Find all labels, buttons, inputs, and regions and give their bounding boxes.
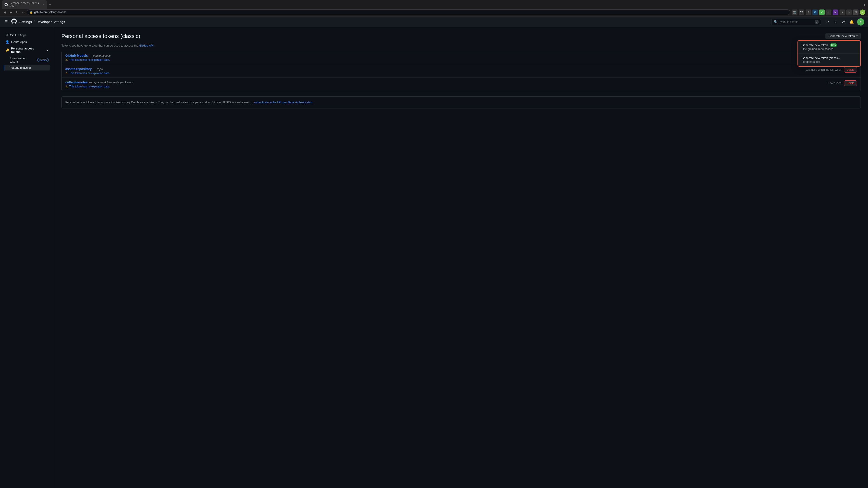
info-link[interactable]: authenticate to the API over Basic Authe… bbox=[254, 101, 312, 104]
dropdown-fine-grained[interactable]: Generate new token Beta Fine-grained, re… bbox=[798, 41, 860, 54]
ext-7[interactable]: ⊞ bbox=[853, 9, 859, 15]
table-row: GitHub-Models — public access ⚠ This tok… bbox=[62, 51, 861, 64]
collapse-icon: ▲ bbox=[46, 48, 49, 52]
bell-icon: 🔔 bbox=[849, 20, 854, 24]
address-bar[interactable]: 🔒 github.com/settings/tokens bbox=[27, 9, 790, 15]
sidebar-fine-grained-label: Fine-grained tokens bbox=[10, 57, 35, 63]
token-scope-3: — repo, workflow, write:packages bbox=[89, 80, 133, 84]
plus-btn[interactable]: ＋ ▾ bbox=[823, 18, 830, 26]
warning-icon-3: ⚠ bbox=[65, 85, 68, 88]
search-shortcut: / bbox=[815, 20, 818, 24]
oauth-icon: 👤 bbox=[5, 40, 9, 43]
ext-user[interactable]: Y bbox=[860, 9, 865, 15]
browser-tabs: Personal Access Tokens (Cla... × + ▾ bbox=[0, 0, 868, 8]
pr-icon: ⎇ bbox=[841, 20, 845, 24]
url-text: github.com/settings/tokens bbox=[34, 11, 66, 14]
sidebar: ⊞ GitHub Apps 👤 OAuth Apps 🔑 Personal ac… bbox=[0, 27, 54, 488]
browser-extensions: 📷 🛡 ☆ G ✓ K M ✦ ⬦ ⊞ Y bbox=[792, 9, 865, 15]
ext-4[interactable]: M bbox=[833, 9, 838, 15]
ext-shield[interactable]: 🛡 bbox=[799, 9, 804, 15]
table-row: assets-repository — repo ⚠ This token ha… bbox=[62, 64, 861, 78]
hamburger-menu[interactable]: ☰ bbox=[4, 19, 8, 25]
info-text: Personal access tokens (classic) functio… bbox=[65, 101, 254, 104]
token-name-line-1: GitHub-Models — public access bbox=[65, 54, 854, 57]
dropdown-classic[interactable]: Generate new token (classic) For general… bbox=[798, 54, 860, 66]
active-tab[interactable]: Personal Access Tokens (Cla... × bbox=[2, 0, 47, 9]
ext-3[interactable]: K bbox=[826, 9, 831, 15]
token-name-github-models[interactable]: GitHub-Models bbox=[65, 54, 88, 57]
token-warning-3: ⚠ This token has no expiration date. bbox=[65, 85, 825, 88]
generate-token-dropdown: Generate new token Beta Fine-grained, re… bbox=[798, 40, 861, 67]
token-meta-3: Never used Delete bbox=[828, 80, 857, 86]
sidebar-item-github-apps[interactable]: ⊞ GitHub Apps bbox=[4, 32, 51, 38]
ext-1[interactable]: G bbox=[812, 9, 818, 15]
ext-6[interactable]: ⬦ bbox=[846, 9, 852, 15]
fine-grained-option-desc: Fine-grained, repo-scoped bbox=[802, 47, 857, 51]
ext-5[interactable]: ✦ bbox=[839, 9, 845, 15]
tab-close-btn[interactable]: × bbox=[43, 4, 44, 6]
token-info-1: GitHub-Models — public access ⚠ This tok… bbox=[65, 54, 854, 61]
generate-token-btn[interactable]: Generate new token ▾ bbox=[826, 33, 861, 39]
sidebar-item-tokens-classic[interactable]: Tokens (classic) bbox=[4, 65, 51, 70]
pr-btn[interactable]: ⎇ bbox=[839, 18, 846, 25]
token-last-used-2: Last used within the last week bbox=[805, 68, 841, 71]
sidebar-item-fine-grained[interactable]: Fine-grained tokens Preview bbox=[4, 55, 51, 64]
tab-title: Personal Access Tokens (Cla... bbox=[9, 2, 41, 8]
back-btn[interactable]: ◀ bbox=[3, 9, 7, 15]
tab-favicon bbox=[4, 3, 8, 6]
breadcrumb: Settings / Developer Settings bbox=[20, 20, 65, 24]
home-btn[interactable]: ⌂ bbox=[21, 9, 25, 15]
token-warning-link-1[interactable]: This token has no expiration date. bbox=[69, 58, 110, 61]
table-row: cultivate-notes — repo, workflow, write:… bbox=[62, 78, 861, 91]
token-name-cultivate-notes[interactable]: cultivate-notes bbox=[65, 80, 88, 84]
forward-btn[interactable]: ▶ bbox=[9, 9, 13, 15]
key-icon: 🔑 bbox=[5, 48, 9, 52]
lock-icon: 🔒 bbox=[30, 11, 33, 14]
sidebar-oauth-label: OAuth Apps bbox=[11, 40, 27, 43]
token-info-3: cultivate-notes — repo, workflow, write:… bbox=[65, 80, 825, 88]
generate-token-wrapper: Generate new token ▾ Generate new token … bbox=[826, 33, 861, 39]
token-name-assets-repo[interactable]: assets-repository bbox=[65, 67, 92, 71]
settings-link[interactable]: Settings bbox=[20, 20, 32, 24]
generate-btn-label: Generate new token bbox=[829, 34, 855, 38]
header-right: 🔍 / ＋ ▾ ⊙ ⎇ 🔔 Y bbox=[771, 18, 864, 26]
ext-screenshot[interactable]: 📷 bbox=[792, 9, 798, 15]
apps-icon: ⊞ bbox=[5, 33, 8, 37]
sidebar-item-oauth-apps[interactable]: 👤 OAuth Apps bbox=[4, 39, 51, 45]
page-title: Personal access tokens (classic) bbox=[61, 33, 140, 39]
avatar[interactable]: Y bbox=[857, 18, 864, 26]
github-api-link[interactable]: GitHub API bbox=[139, 44, 153, 47]
developer-settings-label: Developer Settings bbox=[36, 20, 65, 24]
sidebar-tokens-classic-label: Tokens (classic) bbox=[10, 66, 31, 69]
generate-btn-arrow: ▾ bbox=[856, 34, 858, 38]
content-area: Personal access tokens (classic) Generat… bbox=[54, 27, 868, 488]
issues-btn[interactable]: ⊙ bbox=[832, 18, 838, 25]
page-header: Personal access tokens (classic) Generat… bbox=[61, 33, 861, 39]
ext-2[interactable]: ✓ bbox=[819, 9, 825, 15]
new-tab-btn[interactable]: + bbox=[47, 2, 53, 7]
token-list: GitHub-Models — public access ⚠ This tok… bbox=[61, 51, 861, 91]
preview-badge: Preview bbox=[37, 58, 49, 62]
delete-btn-assets-repo[interactable]: Delete bbox=[844, 67, 857, 72]
token-warning-link-3[interactable]: This token has no expiration date. bbox=[69, 85, 110, 88]
breadcrumb-separator: / bbox=[34, 20, 35, 24]
browser-chevron-down[interactable]: ▾ bbox=[863, 2, 866, 7]
description-text: Tokens you have generated that can be us… bbox=[61, 44, 861, 47]
search-icon: 🔍 bbox=[774, 20, 778, 24]
search-box[interactable]: 🔍 / bbox=[771, 19, 821, 25]
reload-btn[interactable]: ↻ bbox=[15, 9, 20, 15]
notifications-btn[interactable]: 🔔 bbox=[848, 18, 855, 25]
beta-badge: Beta bbox=[830, 43, 837, 47]
plus-icon: ＋ bbox=[824, 20, 828, 24]
search-input[interactable] bbox=[779, 20, 814, 24]
main-layout: ⊞ GitHub Apps 👤 OAuth Apps 🔑 Personal ac… bbox=[0, 27, 868, 488]
github-logo[interactable] bbox=[11, 19, 17, 25]
info-box: Personal access tokens (classic) functio… bbox=[61, 96, 861, 108]
delete-btn-cultivate-notes[interactable]: Delete bbox=[844, 80, 857, 86]
sidebar-item-personal-tokens[interactable]: 🔑 Personal access tokens ▲ bbox=[4, 45, 51, 55]
token-warning-link-2[interactable]: This token has no expiration date. bbox=[69, 72, 110, 75]
classic-option-desc: For general use bbox=[802, 60, 857, 64]
ext-star[interactable]: ☆ bbox=[806, 9, 811, 15]
warning-icon-2: ⚠ bbox=[65, 72, 68, 75]
token-scope-2: — repo bbox=[93, 67, 103, 71]
